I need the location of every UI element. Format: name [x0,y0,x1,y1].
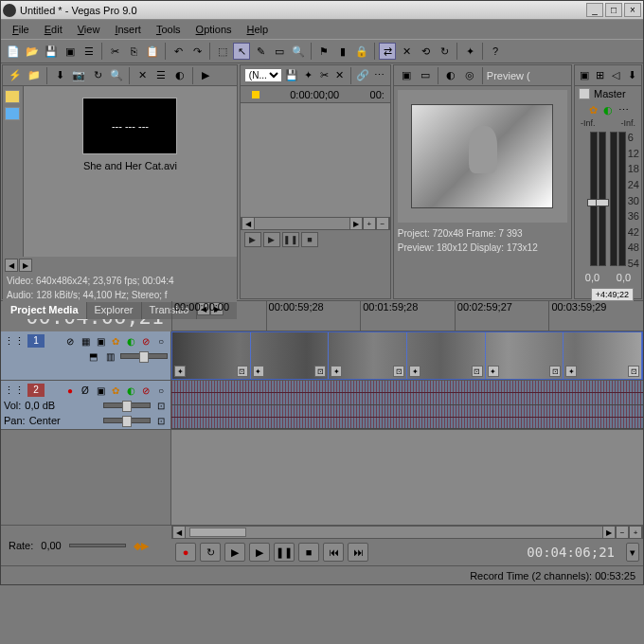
rate-scrub-icon[interactable]: ◆▶ [134,540,149,552]
play-button[interactable]: ▶ [249,543,270,562]
fx-button[interactable]: ✦ [461,43,478,60]
menu-view[interactable]: View [70,22,108,37]
volume-slider[interactable] [103,402,151,408]
go-start-button[interactable]: ⏮ [323,543,344,562]
paste-button[interactable]: 📋 [144,43,161,60]
loop-button[interactable]: ↻ [200,543,221,562]
tab-project-media[interactable]: Project Media [3,302,87,319]
menu-file[interactable]: File [5,22,37,37]
save-button[interactable]: 💾 [43,43,60,60]
media-play-button[interactable]: ▶ [197,67,214,84]
media-properties-button[interactable]: ☰ [152,67,170,84]
undo-button[interactable]: ↶ [170,43,187,60]
track-invert-icon[interactable]: Ø [79,384,92,397]
trimmer-zoom-in[interactable]: + [363,217,376,230]
track-drag-icon[interactable]: ⋮⋮ [4,335,25,348]
track-level-slider[interactable] [120,353,168,359]
menu-tools[interactable]: Tools [149,22,188,37]
clip-pan-icon[interactable]: ⊡ [314,366,326,377]
video-track-header[interactable]: ⋮⋮ 1 ⊘ ▦ ▣ ✿ ◐ ⊘ ○ ⬒ ▥ [1,331,171,380]
trimmer-fx-button[interactable]: ✦ [301,67,315,84]
clip-pan-icon[interactable]: ⊡ [237,366,248,377]
timeline-empty-area[interactable] [1,430,643,525]
scroll-right-button[interactable]: ▶ [602,526,616,539]
trimmer-viewport[interactable] [241,103,390,217]
zoom-tool[interactable]: 🔍 [290,43,307,60]
clip-fx-icon[interactable]: ✦ [409,366,420,377]
marker-button[interactable]: ⚑ [315,43,332,60]
clip-fx-icon[interactable]: ✦ [331,366,342,377]
trimmer-scroll-right[interactable]: ▶ [349,217,363,230]
master-fx-icon[interactable]: ◐ [601,103,615,116]
zoom-out-button[interactable]: − [616,526,629,539]
trimmer-ruler[interactable]: 0:00:00;00 00: [241,86,390,103]
maximize-button[interactable]: □ [605,3,622,17]
master-output-icon[interactable] [579,88,590,99]
media-fx-button[interactable]: ◐ [171,67,188,84]
mixer-bus-button[interactable]: ⊞ [593,67,608,84]
minimize-button[interactable]: _ [586,3,603,17]
folder-icon[interactable] [5,90,20,103]
loop-button[interactable]: ↻ [436,43,453,60]
mixer-insert-button[interactable]: ▣ [577,67,592,84]
media-capture-button[interactable]: 📷 [70,67,87,84]
menu-options[interactable]: Options [188,22,240,37]
preview-fx-button[interactable]: ▣ [398,67,415,84]
track-bypass-icon[interactable]: ⊘ [63,334,77,348]
pause-button[interactable]: ❚❚ [274,543,295,562]
help-button[interactable]: ? [487,43,504,60]
menu-insert[interactable]: Insert [107,22,149,37]
track-gear-icon[interactable]: ✿ [109,384,122,397]
trimmer-zoom-out[interactable]: − [376,217,389,230]
fader-handle[interactable] [596,199,609,206]
media-search-button[interactable]: 🔍 [108,67,125,84]
track-automation-icon[interactable]: ◐ [124,334,137,348]
track-touch-icon[interactable]: ⊡ [154,399,168,412]
snap-button[interactable]: ⬚ [214,43,231,60]
copy-button[interactable]: ⎘ [125,43,142,60]
lock-button[interactable]: 🔒 [353,43,370,60]
media-lightning-icon[interactable]: ⚡ [7,67,24,84]
scroll-thumb[interactable] [189,528,246,537]
cursor-tool[interactable]: ↖ [233,43,250,60]
clip-pan-icon[interactable]: ⊡ [472,366,483,377]
clip-fx-icon[interactable]: ✦ [488,366,499,377]
new-button[interactable]: 📄 [5,43,22,60]
master-more-icon[interactable]: ⋯ [617,103,630,116]
track-fx-icon[interactable]: ▣ [94,384,107,397]
redo-button[interactable]: ↷ [188,43,206,60]
rate-slider[interactable] [69,544,126,547]
menu-help[interactable]: Help [240,22,277,37]
audio-clip-left[interactable] [171,381,643,405]
trimmer-scrollbar[interactable]: ◀ ▶ + − [241,217,390,230]
media-import-button[interactable]: ⬇ [51,67,68,84]
record-button[interactable]: ● [175,543,196,562]
properties-button[interactable]: ☰ [80,43,98,60]
clip-pan-icon[interactable]: ⊡ [549,366,561,377]
envelope-tool[interactable]: ✎ [252,43,269,60]
track-fx-icon[interactable]: ▣ [94,334,107,348]
preview-viewport[interactable] [398,90,567,223]
trimmer-play-start-button[interactable]: ▶ [263,232,280,247]
clip-fx-icon[interactable]: ✦ [174,366,186,377]
media-delete-button[interactable]: ✕ [134,67,151,84]
fader-right[interactable] [599,132,606,266]
marker-flag[interactable]: +4:49;22 [591,288,634,301]
video-clip[interactable]: ✦⊡ ✦⊡ ✦⊡ ✦⊡ ✦⊡ ✦⊡ [171,331,643,380]
stop-button[interactable]: ■ [298,543,319,562]
track-touch-icon[interactable]: ⊡ [154,414,168,427]
audio-track-content[interactable] [171,381,643,429]
play-start-button[interactable]: ▶ [224,543,245,562]
clip-pan-icon[interactable]: ⊡ [628,366,639,377]
track-drag-icon[interactable]: ⋮⋮ [4,385,25,397]
trimmer-scroll-left[interactable]: ◀ [242,217,255,230]
trimmer-save-button[interactable]: 💾 [284,67,299,84]
cut-button[interactable]: ✂ [106,43,123,60]
track-parent-icon[interactable]: ▥ [103,349,116,363]
trimmer-more-button[interactable]: ⋯ [372,67,386,84]
region-button[interactable]: ▮ [334,43,351,60]
trimmer-select[interactable]: (N... [244,68,282,82]
track-motion-icon[interactable]: ▦ [79,334,92,348]
ripple-button[interactable]: ⇄ [379,43,396,60]
preview-split-button[interactable]: ◐ [442,67,459,84]
